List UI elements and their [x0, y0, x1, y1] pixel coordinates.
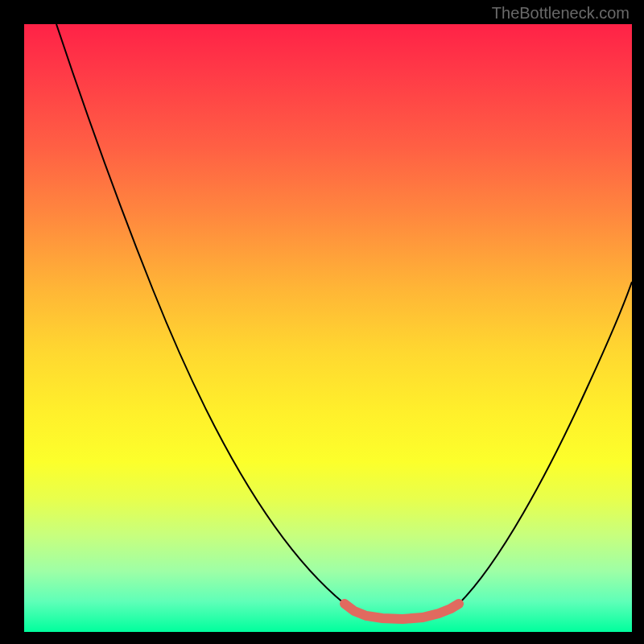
curve-right [459, 282, 632, 604]
chart-svg [24, 24, 632, 632]
attribution-text: TheBottleneck.com [492, 4, 630, 23]
optimal-zone-marker [345, 604, 459, 619]
plot-area [24, 24, 632, 632]
curve-left [56, 24, 345, 604]
